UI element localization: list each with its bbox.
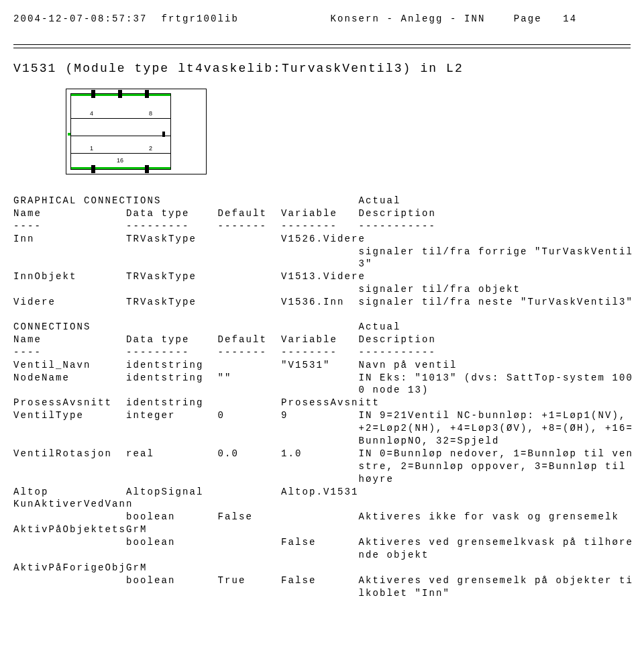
- green-bar-bottom: [71, 167, 170, 169]
- graphical-connections-block: GRAPHICAL CONNECTIONS Actual Name Data t…: [13, 195, 631, 309]
- row-line: [71, 153, 170, 154]
- green-tick-icon: [68, 133, 70, 136]
- connections-block: CONNECTIONS Actual Name Data type Defaul…: [13, 321, 631, 600]
- divider: [13, 48, 631, 48]
- diagram-inner: 4 8 1 2 16: [70, 93, 171, 170]
- port-label: 4: [90, 110, 93, 117]
- page-word: Page: [514, 13, 542, 24]
- port-icon: [91, 165, 95, 173]
- module-diagram: 4 8 1 2 16: [66, 89, 631, 174]
- row-line: [71, 118, 170, 119]
- report-title: Konsern - Anlegg - INN: [331, 13, 486, 24]
- port-icon: [145, 90, 149, 98]
- timestamp: 2004-12-07-08:57:37: [13, 13, 148, 24]
- port-label: 2: [149, 145, 152, 152]
- module-title: V1531 (Module type lt4vaskelib:TurvaskVe…: [13, 62, 631, 75]
- port-label: 1: [90, 145, 93, 152]
- port-icon: [118, 90, 122, 98]
- page-header: 2004-12-07-08:57:37 frtgr100lib Konsern …: [13, 13, 631, 24]
- port-label: 8: [149, 110, 152, 117]
- port-icon: [91, 90, 95, 98]
- divider: [13, 44, 631, 45]
- lib-name: frtgr100lib: [162, 13, 239, 24]
- port-icon: [162, 132, 165, 137]
- diagram-frame: 4 8 1 2 16: [66, 89, 207, 174]
- row-line: [71, 136, 170, 136]
- port-icon: [145, 165, 149, 173]
- port-label: 16: [117, 157, 123, 164]
- page-num: 14: [563, 13, 577, 24]
